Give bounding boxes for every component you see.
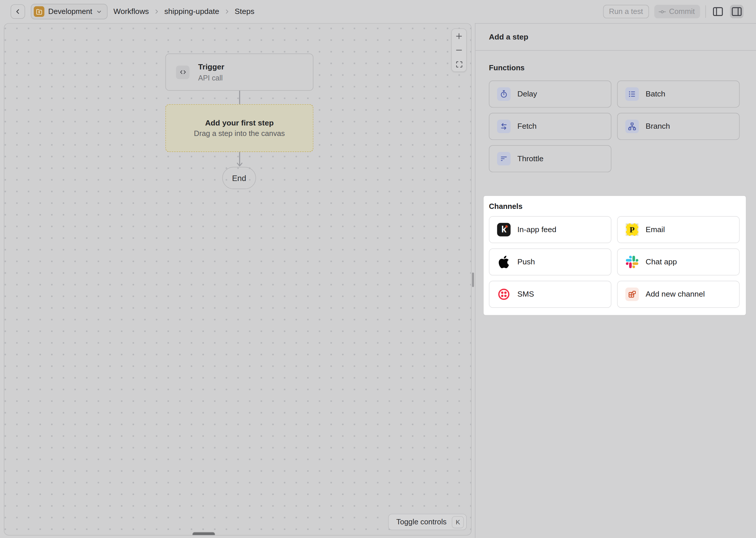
- function-card-throttle[interactable]: Throttle: [489, 145, 611, 172]
- functions-section-label: Functions: [489, 64, 525, 72]
- postmark-logo-icon: P: [625, 223, 639, 237]
- code-icon: [176, 65, 189, 79]
- breadcrumb-workflow-name[interactable]: shipping-update: [164, 7, 219, 16]
- channels-grid: k In-app feed P Email Push: [489, 216, 740, 308]
- add-first-step-dropzone[interactable]: Add your first step Drag a step into the…: [165, 104, 313, 152]
- list-icon: [625, 87, 639, 101]
- environment-selector[interactable]: Development: [31, 4, 108, 19]
- run-a-test-button[interactable]: Run a test: [603, 5, 648, 18]
- channel-card-add-new[interactable]: Add new channel: [617, 281, 740, 308]
- panel-left-icon: [712, 5, 724, 18]
- divider: [705, 5, 706, 18]
- trigger-title: Trigger: [198, 61, 224, 73]
- trigger-subtitle: API call: [198, 73, 224, 83]
- channel-card-email[interactable]: P Email: [617, 216, 740, 243]
- toggle-right-panel-button[interactable]: [730, 5, 743, 18]
- dropzone-title: Add your first step: [205, 119, 273, 127]
- fit-view-button[interactable]: [452, 58, 466, 71]
- channel-card-sms[interactable]: SMS: [489, 281, 611, 308]
- end-label: End: [232, 174, 246, 183]
- back-button[interactable]: [11, 4, 25, 19]
- commit-button[interactable]: Commit: [654, 5, 700, 18]
- plus-icon: [455, 32, 463, 40]
- knock-logo-icon: k: [497, 223, 511, 237]
- chevron-right-icon: [153, 8, 160, 15]
- panel-right-icon: [731, 5, 743, 18]
- environment-label: Development: [48, 7, 92, 16]
- apple-logo-icon: [497, 255, 511, 269]
- filter-lines-icon: [497, 152, 511, 166]
- git-commit-icon: [658, 8, 666, 16]
- environment-folder-icon: [34, 6, 44, 17]
- app-window: Development Workflows shipping-update St…: [0, 0, 756, 538]
- stopwatch-icon: [497, 87, 511, 101]
- chevron-right-icon: [223, 8, 230, 15]
- function-card-batch[interactable]: Batch: [617, 81, 740, 107]
- connector-line: [239, 91, 240, 104]
- top-bar: Development Workflows shipping-update St…: [0, 0, 756, 23]
- toggle-left-panel-button[interactable]: [711, 5, 725, 18]
- zoom-in-button[interactable]: [452, 29, 466, 43]
- minus-icon: [455, 46, 463, 54]
- canvas-zoom-controls: [451, 28, 467, 72]
- chevron-left-icon: [14, 8, 22, 16]
- breadcrumb: Workflows shipping-update Steps: [114, 7, 254, 16]
- twilio-logo-icon: [497, 288, 511, 301]
- channels-section-label: Channels: [489, 202, 523, 211]
- toggle-controls-label: Toggle controls: [396, 518, 447, 526]
- toggle-controls-button[interactable]: Toggle controls K: [388, 514, 467, 530]
- breadcrumb-workflows[interactable]: Workflows: [114, 7, 149, 16]
- breadcrumb-steps: Steps: [235, 7, 254, 16]
- channel-card-push[interactable]: Push: [489, 248, 611, 275]
- keyboard-shortcut-badge: K: [452, 516, 464, 528]
- vertical-scrollbar[interactable]: [472, 273, 474, 287]
- chevron-down-icon: [96, 8, 103, 15]
- function-card-branch[interactable]: Branch: [617, 113, 740, 140]
- channel-card-in-app-feed[interactable]: k In-app feed: [489, 216, 611, 243]
- trigger-node[interactable]: Trigger API call: [165, 53, 313, 91]
- function-card-delay[interactable]: Delay: [489, 81, 611, 107]
- add-step-panel: Add a step Functions Delay Batch Fetch: [475, 23, 756, 538]
- panel-title: Add a step: [475, 24, 756, 51]
- slack-logo-icon: [625, 255, 639, 269]
- add-channel-icon: [625, 288, 639, 301]
- sitemap-icon: [625, 120, 639, 133]
- horizontal-scrollbar[interactable]: [193, 532, 215, 536]
- channels-highlight-section: Channels k In-app feed P Email: [484, 196, 746, 315]
- function-card-fetch[interactable]: Fetch: [489, 113, 611, 140]
- dropzone-subtitle: Drag a step into the canvas: [194, 129, 285, 138]
- fit-view-icon: [455, 61, 463, 68]
- channel-card-chat-app[interactable]: Chat app: [617, 248, 740, 275]
- end-node[interactable]: End: [222, 167, 256, 189]
- workflow-canvas[interactable]: Trigger API call Add your first step Dra…: [4, 23, 471, 536]
- functions-grid: Delay Batch Fetch Branch: [489, 81, 740, 172]
- swap-arrows-icon: [497, 120, 511, 133]
- zoom-out-button[interactable]: [452, 43, 466, 57]
- topbar-actions: Run a test Commit: [603, 5, 743, 18]
